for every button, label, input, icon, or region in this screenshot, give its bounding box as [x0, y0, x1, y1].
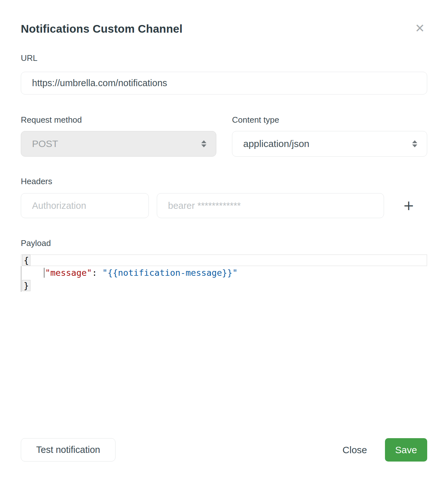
header-row: + — [21, 193, 427, 218]
json-value: "{{notification-message}}" — [102, 268, 238, 278]
payload-code-editor[interactable]: { "message": "{{notification-message}}" … — [21, 254, 427, 292]
plus-icon: + — [403, 199, 414, 212]
select-arrows-icon — [412, 140, 417, 147]
modal-close-button[interactable]: ✕ — [412, 20, 428, 37]
url-section: URL — [21, 53, 427, 94]
code-line-2: "message": "{{notification-message}}" — [21, 266, 427, 279]
code-line-3: } — [21, 279, 427, 292]
content-type-value: application/json — [243, 138, 412, 149]
header-value-input[interactable] — [157, 193, 384, 218]
request-method-label: Request method — [21, 115, 216, 125]
header-name-input[interactable] — [21, 193, 149, 218]
test-notification-button[interactable]: Test notification — [21, 438, 116, 462]
editor-body: "message": "{{notification-message}}" } — [21, 266, 427, 292]
matching-bracket-close: } — [22, 280, 30, 291]
close-icon: ✕ — [415, 22, 425, 34]
content-type-select[interactable]: application/json — [232, 131, 427, 157]
url-input[interactable] — [21, 72, 427, 94]
json-key: "message" — [45, 268, 92, 278]
page-title: Notifications Custom Channel — [21, 22, 427, 35]
json-separator: : — [92, 268, 102, 278]
request-method-select: POST — [21, 131, 216, 157]
request-method-value: POST — [32, 138, 201, 149]
payload-label: Payload — [21, 238, 427, 248]
code-line-1: { — [21, 254, 427, 266]
save-button[interactable]: Save — [385, 438, 427, 462]
headers-section: Headers + — [21, 176, 427, 218]
url-label: URL — [21, 53, 427, 63]
headers-label: Headers — [21, 176, 427, 186]
content-type-field: Content type application/json — [232, 115, 427, 157]
select-arrows-icon — [201, 140, 206, 147]
method-contenttype-row: Request method POST Content type applica… — [21, 115, 427, 157]
modal-footer: Test notification Close Save — [21, 438, 427, 462]
close-button[interactable]: Close — [342, 445, 367, 455]
payload-section: Payload { "message": "{{notification-mes… — [21, 238, 427, 292]
content-type-label: Content type — [232, 115, 427, 125]
text-cursor — [44, 268, 44, 278]
matching-bracket-open: { — [22, 255, 30, 266]
add-header-button[interactable]: + — [399, 196, 418, 215]
notifications-channel-modal: Notifications Custom Channel ✕ URL Reque… — [0, 0, 448, 483]
request-method-field: Request method POST — [21, 115, 216, 157]
